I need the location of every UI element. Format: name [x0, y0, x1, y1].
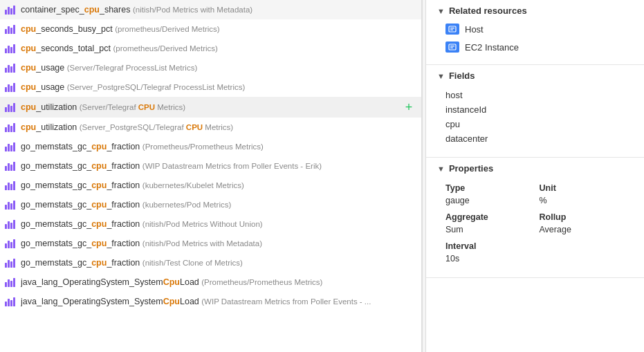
svg-rect-25 — [8, 124, 10, 132]
svg-rect-24 — [5, 127, 7, 132]
fields-section: ▼ Fields hostinstanceIdcpudatacenter — [426, 65, 644, 158]
svg-rect-1 — [8, 7, 10, 15]
svg-rect-69 — [450, 48, 453, 48]
metric-bar-icon — [4, 23, 17, 35]
list-item[interactable]: go_memstats_gc_cpu_fraction (nitish/Pod … — [0, 214, 421, 234]
metric-bar-icon — [4, 160, 17, 172]
metric-text: cpu_utilization (Server/Telegraf CPU Met… — [21, 102, 396, 112]
right-panel: ▼ Related resources Host EC2 Instance ▼ … — [426, 0, 644, 352]
list-item[interactable]: go_memstats_gc_cpu_fraction (WIP Datastr… — [0, 156, 421, 176]
list-item[interactable]: cpu_usage (Server/Telegraf ProcessList M… — [0, 58, 421, 77]
metric-bar-icon — [4, 257, 17, 269]
list-item[interactable]: cpu_seconds_busy_pct (prometheus/Derived… — [0, 19, 421, 39]
svg-rect-43 — [13, 201, 15, 210]
metric-bar-icon — [4, 121, 17, 133]
svg-rect-10 — [10, 47, 12, 53]
resource-label: Host — [465, 24, 484, 35]
metric-text: container_spec_cpu_shares (nitish/Pod Me… — [21, 5, 416, 15]
svg-rect-47 — [13, 220, 15, 229]
list-item[interactable]: go_memstats_gc_cpu_fraction (nitish/Pod … — [0, 234, 421, 253]
add-metric-button[interactable]: + — [402, 100, 416, 114]
metrics-list[interactable]: container_spec_cpu_shares (nitish/Pod Me… — [0, 0, 422, 352]
svg-rect-38 — [10, 184, 12, 190]
svg-rect-6 — [10, 28, 12, 34]
list-item[interactable]: java_lang_OperatingSystem_SystemCpuLoad … — [0, 292, 421, 311]
properties-label: Properties — [449, 163, 493, 174]
svg-rect-51 — [13, 239, 15, 248]
svg-rect-4 — [5, 29, 7, 34]
unit-label: Unit — [540, 180, 634, 194]
svg-rect-3 — [13, 6, 15, 15]
list-item[interactable]: go_memstats_gc_cpu_fraction (kubernetes/… — [0, 176, 421, 195]
properties-grid: Type Unit gauge % Aggregate Rollup Sum A… — [426, 178, 644, 269]
metric-text: cpu_utilization (Server_PostgreSQL/Teleg… — [21, 122, 416, 132]
resource-item[interactable]: Host — [426, 20, 644, 38]
list-item[interactable]: cpu_utilization (Server/Telegraf CPU Met… — [0, 97, 421, 118]
type-label: Type — [445, 180, 540, 194]
svg-rect-26 — [10, 126, 12, 132]
svg-rect-54 — [10, 261, 12, 268]
list-item[interactable]: cpu_seconds_total_pct (prometheus/Derive… — [0, 39, 421, 58]
list-item[interactable]: go_memstats_gc_cpu_fraction (Prometheus/… — [0, 137, 421, 156]
svg-rect-13 — [8, 65, 10, 73]
svg-rect-64 — [449, 26, 456, 32]
svg-rect-49 — [8, 241, 10, 248]
metric-bar-icon — [4, 42, 17, 55]
rollup-value: Average — [540, 224, 634, 237]
rollup-label: Rollup — [540, 210, 634, 223]
metric-text: cpu_usage (Server_PostgreSQL/Telegraf Pr… — [21, 82, 416, 92]
svg-rect-19 — [13, 83, 15, 92]
svg-rect-18 — [10, 86, 12, 92]
svg-rect-55 — [13, 259, 15, 268]
metric-text: java_lang_OperatingSystem_SystemCpuLoad … — [21, 297, 416, 306]
metric-text: cpu_usage (Server/Telegraf ProcessList M… — [21, 63, 416, 73]
resource-label: EC2 Instance — [465, 42, 519, 53]
related-resources-header[interactable]: ▼ Related resources — [426, 0, 644, 20]
list-item[interactable]: container_spec_cpu_shares (nitish/Pod Me… — [0, 0, 421, 19]
metric-text: go_memstats_gc_cpu_fraction (kubernetes/… — [21, 200, 416, 210]
metric-bar-icon — [4, 276, 17, 288]
chevron-down-icon-props: ▼ — [437, 165, 445, 173]
resource-item[interactable]: EC2 Instance — [426, 38, 644, 56]
svg-rect-32 — [5, 166, 7, 171]
svg-rect-9 — [8, 46, 10, 53]
svg-rect-42 — [10, 203, 12, 210]
fields-header[interactable]: ▼ Fields — [426, 65, 644, 85]
chevron-down-icon-fields: ▼ — [437, 72, 445, 80]
list-item[interactable]: cpu_utilization (Server_PostgreSQL/Teleg… — [0, 118, 421, 137]
list-item[interactable]: java_lang_OperatingSystem_SystemCpuLoad … — [0, 272, 421, 292]
metric-bar-icon — [4, 81, 17, 93]
related-resources-section: ▼ Related resources Host EC2 Instance — [426, 0, 644, 65]
properties-header[interactable]: ▼ Properties — [426, 158, 644, 178]
list-item[interactable]: cpu_usage (Server_PostgreSQL/Telegraf Pr… — [0, 77, 421, 97]
svg-rect-35 — [13, 162, 15, 171]
svg-rect-44 — [5, 224, 7, 229]
type-value: gauge — [445, 195, 540, 208]
svg-rect-67 — [449, 44, 456, 50]
svg-rect-14 — [10, 66, 12, 73]
metric-text: go_memstats_gc_cpu_fraction (nitish/Test… — [21, 258, 416, 268]
svg-rect-39 — [13, 181, 15, 190]
svg-rect-0 — [5, 10, 7, 15]
svg-rect-40 — [5, 205, 7, 210]
field-item: datacenter — [445, 131, 633, 146]
svg-rect-31 — [13, 142, 15, 151]
svg-rect-61 — [8, 299, 10, 306]
svg-rect-27 — [13, 123, 15, 132]
svg-rect-52 — [5, 263, 7, 268]
aggregate-label: Aggregate — [445, 210, 540, 223]
list-item[interactable]: go_memstats_gc_cpu_fraction (nitish/Test… — [0, 253, 421, 272]
svg-rect-29 — [8, 144, 10, 151]
chevron-down-icon: ▼ — [437, 7, 445, 15]
svg-rect-22 — [10, 106, 12, 112]
metric-text: go_memstats_gc_cpu_fraction (WIP Datastr… — [21, 161, 416, 171]
metric-text: cpu_seconds_total_pct (prometheus/Derive… — [21, 44, 416, 53]
svg-rect-37 — [8, 183, 10, 190]
unit-value: % — [540, 195, 634, 208]
metric-text: go_memstats_gc_cpu_fraction (Prometheus/… — [21, 142, 416, 151]
interval-value: 10s — [445, 253, 633, 266]
related-resources-label: Related resources — [449, 6, 527, 16]
svg-rect-12 — [5, 68, 7, 73]
metric-text: go_memstats_gc_cpu_fraction (kubernetes/… — [21, 180, 416, 190]
list-item[interactable]: go_memstats_gc_cpu_fraction (kubernetes/… — [0, 195, 421, 214]
